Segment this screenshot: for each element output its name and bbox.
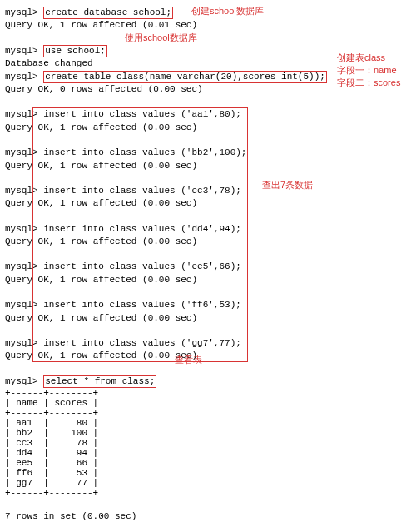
annotation-use: 使用school数据库 [125,32,197,44]
mysql-prompt: mysql> [5,7,38,17]
annotation-create-table2: 字段一：name [337,64,397,77]
annotation-insert7: 查出7条数据 [262,179,313,191]
query-response: Query OK, 1 row affected (0.01 sec) [5,19,411,32]
mysql-prompt: mysql> [5,72,38,82]
select-command: select * from class; [43,375,156,388]
create-database-command: create database school; [43,7,173,19]
create-table-command: create table class(name varchar(20),scor… [43,71,327,83]
terminal-line: mysql> select * from class; [5,375,411,388]
result-footer: 7 rows in set (0.00 sec) [5,510,411,523]
inserts-box-outline [32,107,248,362]
use-command: use school; [43,45,107,57]
annotation-create-table1: 创建表class [337,52,385,64]
result-table: +------+--------+ | name | scores | +---… [5,388,411,498]
mysql-prompt: mysql> [5,376,38,386]
mysql-prompt: mysql> [5,46,38,56]
annotation-create-table3: 字段二：scores [337,77,400,89]
annotation-create-db: 创建school数据库 [191,5,264,17]
